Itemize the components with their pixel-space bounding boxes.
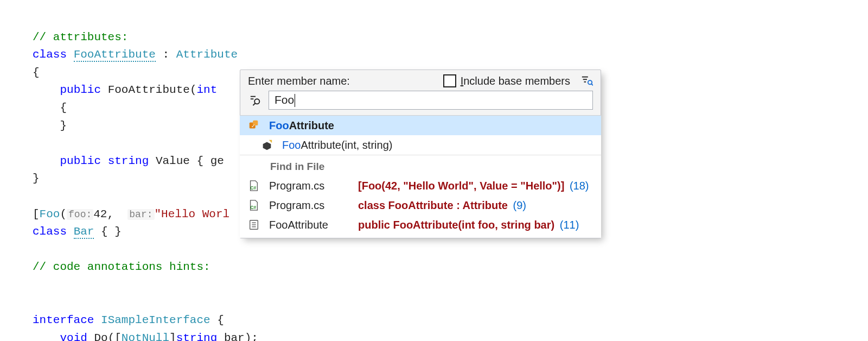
include-base-label: Include base members [461,75,570,87]
inlay-hint-foo: foo: [67,209,93,220]
type-fooattribute: FooAttribute [74,48,156,62]
svg-text:C#: C# [251,186,257,191]
filter-icon[interactable] [581,75,593,87]
section-find-in-file: Find in File [240,155,601,176]
svg-text:✓: ✓ [251,123,256,129]
keyword-string: string [176,332,218,341]
comment: // attributes: [33,31,128,43]
keyword-public: public [60,155,101,167]
goto-member-popup: Enter member name: Include base members … [240,70,601,238]
file-match-text: [Foo(42, "Hello World", Value = "Hello")… [358,180,564,192]
keyword-class: class [33,48,67,61]
find-result-1[interactable]: C# Program.cs [Foo(42, "Hello World", Va… [240,176,601,195]
comment: // code annotations hints: [33,261,210,273]
svg-point-7 [254,99,259,104]
search-icon [248,91,263,110]
file-name: Program.cs [269,199,350,212]
popup-label: Enter member name: [248,75,350,87]
csharp-file-icon: C# [246,199,261,212]
include-base-checkbox[interactable]: Include base members [443,74,570,87]
checkbox-box-icon [443,74,456,87]
class-icon: ✓ [246,119,261,132]
file-name: FooAttribute [269,219,350,231]
keyword-void: void [60,332,87,341]
find-result-3[interactable]: FooAttribute public FooAttribute(int foo… [240,215,601,235]
results-list: ✓ FooAttribute FooAttribute(int, string)… [240,115,601,238]
svg-point-3 [588,80,592,84]
result-item-ctor[interactable]: FooAttribute(int, string) [240,135,601,155]
result-item-fooattribute[interactable]: ✓ FooAttribute [240,116,601,135]
keyword-string: string [108,155,149,167]
inlay-hint-bar: bar: [127,209,154,220]
result-rest: Attribute [289,119,334,131]
type-attribute: Attribute [176,48,238,61]
file-match-text: public FooAttribute(int foo, string bar [358,219,551,231]
method-icon [259,138,275,151]
attr-notnull: NotNull [122,332,169,341]
code-editor[interactable]: // attributes: class FooAttribute : Attr… [0,0,258,341]
line-number: (18) [570,180,589,192]
result-match: Foo [269,119,289,131]
string-literal: "Hello Worl [155,208,230,220]
type-isampleinterface: ISampleInterface [101,314,210,326]
svg-marker-12 [263,142,271,150]
keyword-public: public [60,84,101,96]
line-number: (9) [513,199,526,211]
svg-line-4 [591,84,593,86]
line-number: (11) [560,219,579,231]
keyword-interface: interface [33,314,94,326]
file-name: Program.cs [269,180,350,192]
keyword-int: int [197,84,218,96]
attr-foo: Foo [40,208,60,220]
svg-line-8 [253,103,255,105]
svg-text:C#: C# [251,206,257,211]
csharp-file-icon: C# [246,179,261,192]
result-match: Foo [282,139,301,151]
search-input[interactable]: Foo [269,91,593,110]
result-rest: Attribute(int, string) [301,139,392,151]
find-result-2[interactable]: C# Program.cs class FooAttribute : Attri… [240,195,601,215]
type-bar: Bar [74,225,94,239]
keyword-class: class [33,225,67,238]
file-match-text: class FooAttribute : Attribut [358,199,502,211]
svg-marker-13 [269,140,272,143]
document-icon [246,218,261,231]
